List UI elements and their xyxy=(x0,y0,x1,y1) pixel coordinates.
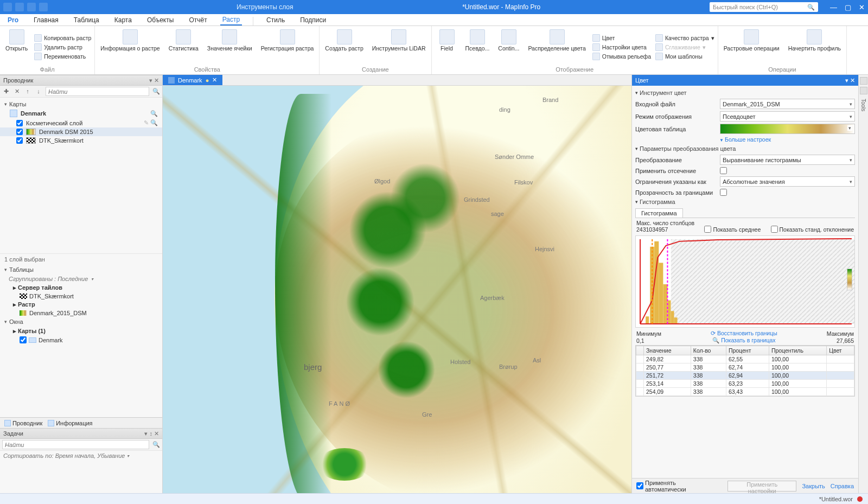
tab-report[interactable]: Отчёт xyxy=(187,14,209,25)
qat-icon[interactable] xyxy=(39,3,48,11)
qat-icon[interactable] xyxy=(27,3,36,11)
section-tables[interactable]: Таблицы xyxy=(0,265,162,275)
tab-explorer[interactable]: Проводник xyxy=(4,420,42,426)
show-in-limits-link[interactable]: 🔍 Показать в границах xyxy=(712,337,775,344)
color-data-table[interactable]: Значение Кол-во Процент Процентиль Цвет … xyxy=(635,345,855,397)
section-histogram[interactable]: Гистограмма xyxy=(635,197,855,207)
document-area: Denmark ● ✕ Ølgod Grindsted Sønder Omme … xyxy=(163,75,631,493)
histogram-chart[interactable] xyxy=(635,235,855,328)
my-templates-button[interactable]: Мои шаблоны xyxy=(655,53,714,60)
tab-objects[interactable]: Объекты xyxy=(145,14,176,25)
panel-options-icon[interactable]: ▾ ✕ xyxy=(845,77,855,84)
tables-grouping[interactable]: Сгруппированы : Последние xyxy=(0,275,162,283)
tab-table[interactable]: Таблица xyxy=(72,14,101,25)
section-color-tool[interactable]: Инструмент цвет xyxy=(635,88,855,98)
section-windows[interactable]: Окна xyxy=(0,317,162,327)
map-node[interactable]: Denmark🔍 xyxy=(0,109,162,118)
leaf-tileserver-item[interactable]: DTK_Skærmkort xyxy=(0,292,162,300)
close-tab-icon[interactable]: ✕ xyxy=(212,76,217,84)
color-table-select[interactable] xyxy=(720,124,855,134)
raster-info-button[interactable]: Информация о растре xyxy=(98,28,162,66)
help-link[interactable]: Справка xyxy=(831,483,854,489)
close-button[interactable]: ✕ xyxy=(859,3,865,11)
delete-raster-button[interactable]: Удалить растр xyxy=(34,43,91,51)
register-raster-button[interactable]: Регистрация растра xyxy=(259,28,316,66)
layer-cosmetic[interactable]: Косметический слой✎ 🔍 xyxy=(0,118,162,127)
show-mean-checkbox[interactable] xyxy=(704,226,711,233)
field-button[interactable]: Field xyxy=(435,28,459,66)
color-settings-button[interactable]: Настройки цвета xyxy=(592,43,651,51)
cell-value-button[interactable]: Значение ячейки xyxy=(205,28,254,66)
maximize-button[interactable]: ▢ xyxy=(845,3,851,11)
transparency-checkbox[interactable] xyxy=(720,189,727,196)
limits-as-select[interactable]: Абсолютные значения xyxy=(720,176,855,187)
color-button[interactable]: Цвет xyxy=(592,34,651,42)
raster-quality-button[interactable]: Качество растра ▾ xyxy=(655,34,714,42)
node-raster[interactable]: ▸ Растр xyxy=(0,300,162,309)
qat-icon[interactable] xyxy=(3,3,12,11)
node-tileserver[interactable]: ▸ Сервер тайлов xyxy=(0,283,162,292)
create-raster-button[interactable]: Создать растр xyxy=(323,28,365,66)
tab-histogram[interactable]: Гистограмма xyxy=(635,208,683,218)
layer-dtk[interactable]: DTK_Skærmkort xyxy=(0,136,162,145)
table-row[interactable]: 254,0933863,43100,00 xyxy=(636,388,854,396)
raster-ops-button[interactable]: Растровые операции xyxy=(722,28,782,66)
restore-limits-link[interactable]: ⟳ Восстановить границы xyxy=(711,330,777,336)
leaf-raster-item[interactable]: Denmark_2015_DSM xyxy=(0,309,162,317)
open-button[interactable]: Открыть xyxy=(3,28,30,66)
apply-auto-checkbox[interactable] xyxy=(636,482,643,489)
minimize-button[interactable]: — xyxy=(830,3,837,11)
tab-labels[interactable]: Подписи xyxy=(298,14,328,25)
tab-home[interactable]: Главная xyxy=(31,14,61,25)
table-row[interactable]: 249,8233862,55100,00 xyxy=(636,355,854,363)
quick-search[interactable]: Быстрый поиск (Ctrl+Q) 🔍 xyxy=(710,2,818,12)
tasks-search-input[interactable] xyxy=(2,440,149,449)
qat-icon[interactable] xyxy=(15,3,24,11)
transform-select[interactable]: Выравнивание гистограммы xyxy=(720,155,855,165)
lidar-tools-button[interactable]: Инструменты LiDAR xyxy=(370,28,428,66)
tab-pro[interactable]: Pro xyxy=(5,14,21,25)
leaf-window-item[interactable]: Denmark xyxy=(0,336,162,344)
panel-options-icon[interactable]: ▾ ✕ xyxy=(149,77,159,84)
tab-raster[interactable]: Растр xyxy=(220,14,242,25)
table-row[interactable]: 251,7233862,94100,00 xyxy=(636,372,854,380)
tool-icon[interactable] xyxy=(860,77,867,85)
table-row[interactable]: 253,1433863,23100,00 xyxy=(636,380,854,388)
tab-map[interactable]: Карта xyxy=(112,14,134,25)
document-tab[interactable]: Denmark ● ✕ xyxy=(163,75,222,85)
explorer-search-input[interactable] xyxy=(46,87,149,96)
layer-tools-icon[interactable]: ✎ 🔍 xyxy=(144,119,158,126)
display-mode-select[interactable]: Псевдоцвет xyxy=(720,111,855,122)
up-icon[interactable]: ↑ xyxy=(24,88,31,95)
hillshade-button[interactable]: Отмывка рельефа xyxy=(592,53,651,60)
map-zoom-icon[interactable]: 🔍 xyxy=(150,110,158,117)
copy-raster-button[interactable]: Копировать растр xyxy=(34,34,91,42)
rename-raster-button[interactable]: Переименовать xyxy=(34,53,91,60)
panel-options-icon[interactable]: ▾ ↕ ✕ xyxy=(144,430,159,437)
node-maps-count[interactable]: ▸ Карты (1) xyxy=(0,327,162,336)
map-canvas[interactable]: Ølgod Grindsted Sønder Omme Filskov Bran… xyxy=(163,86,631,493)
color-distribution-button[interactable]: Распределение цвета xyxy=(526,28,588,66)
table-row[interactable]: 250,7733862,74100,00 xyxy=(636,363,854,372)
down-icon[interactable]: ↓ xyxy=(35,88,42,95)
input-file-select[interactable]: Denmark_2015_DSM xyxy=(720,99,855,109)
more-settings-link[interactable]: Больше настроек xyxy=(635,135,855,144)
show-std-checkbox[interactable] xyxy=(771,226,778,233)
draw-profile-button[interactable]: Начертить профиль xyxy=(786,28,843,66)
search-icon[interactable]: 🔍 xyxy=(152,441,160,449)
clip-checkbox[interactable] xyxy=(720,167,727,174)
pseudo-button[interactable]: Псевдо... xyxy=(463,28,492,66)
tool-icon[interactable] xyxy=(860,87,867,94)
tab-style[interactable]: Стиль xyxy=(264,14,287,25)
statistics-button[interactable]: Статистика xyxy=(167,28,201,66)
section-maps[interactable]: Карты xyxy=(0,100,162,109)
continuous-button[interactable]: Contin... xyxy=(496,28,521,66)
close-link[interactable]: Закрыть xyxy=(802,483,825,489)
add-icon[interactable]: ✚ xyxy=(2,88,10,95)
search-icon[interactable]: 🔍 xyxy=(152,88,160,95)
section-color-transform[interactable]: Параметры преобразования цвета xyxy=(635,144,855,154)
tab-info[interactable]: Информация xyxy=(48,420,92,426)
tasks-sort[interactable]: Сортировать по: Время начала, Убывание xyxy=(0,451,162,461)
remove-icon[interactable]: ✕ xyxy=(13,88,21,95)
layer-dsm[interactable]: Denmark DSM 2015 xyxy=(0,127,162,136)
